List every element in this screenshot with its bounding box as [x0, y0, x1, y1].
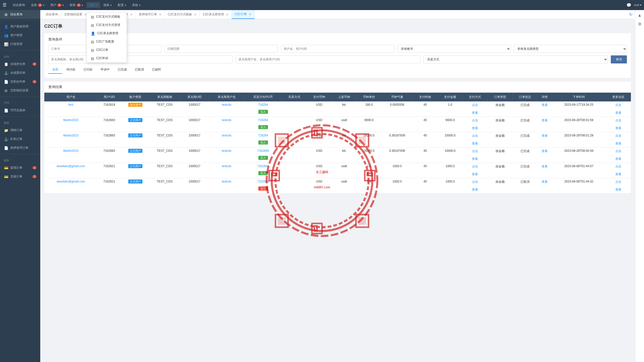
message-icon[interactable]: 💬 — [626, 3, 631, 8]
sidebar-item-pledge-order[interactable]: 📄 质押借币订单 — [0, 143, 40, 152]
pay-way-link[interactable]: 点击 — [464, 180, 487, 184]
merchant-user-link[interactable]: testcds — [210, 164, 243, 168]
sidebar-item-miner-order[interactable]: ⚓ 矿机订单 — [0, 135, 40, 143]
filter-tab-pending[interactable]: 待付款 — [62, 66, 79, 74]
direction-uid-link[interactable]: 7162849 — [245, 180, 281, 183]
username-link[interactable]: Martin2023 — [46, 134, 96, 137]
nav-item-config[interactable]: 配置 ▾ — [115, 2, 129, 8]
pay-way-link[interactable]: 点击 — [464, 134, 487, 138]
username-link[interactable]: Martin2023 — [46, 149, 96, 153]
tab-c2c-merchant-close[interactable]: ✕ — [226, 13, 228, 16]
more-link[interactable]: 点击 — [607, 118, 630, 123]
more-link[interactable]: 点击 — [607, 134, 630, 138]
tab-c2c-merchant[interactable]: C2C承兑商管理 ✕ — [200, 10, 232, 19]
more-link[interactable]: 点击 — [607, 164, 630, 169]
sidebar-item-recharge[interactable]: 💳 充值订单 1 — [0, 172, 40, 181]
detail-link[interactable]: 查看 — [538, 134, 551, 138]
pay-way-link2[interactable]: 查看 — [464, 157, 487, 161]
more-link2[interactable]: 查看 — [607, 172, 630, 176]
pay-way-link2[interactable]: 查看 — [464, 172, 487, 176]
pay-way-link[interactable]: 点击 — [464, 149, 487, 153]
pay-way-link[interactable]: 点击 — [464, 164, 487, 169]
direction-uid-link[interactable]: 716284 — [245, 103, 281, 106]
detail-link[interactable]: 查看 — [538, 103, 551, 107]
nav-item-finance[interactable]: 财务 2 ▾ — [67, 2, 86, 8]
filter-tab-timeout[interactable]: 已超时 — [148, 66, 165, 74]
username-link[interactable]: wxedwin@gmail.com — [46, 180, 96, 183]
c2c-menu-ad-config[interactable]: ▤ C2C广告配置 — [87, 38, 127, 46]
username-link[interactable]: Martin2023 — [46, 118, 96, 122]
tab-pledge-close[interactable]: ✕ — [159, 13, 162, 16]
nav-item-dashboard[interactable]: 综合查询 — [10, 2, 27, 8]
detail-link[interactable]: 查看 — [538, 149, 551, 153]
nav-item-users[interactable]: 用户 3 ▾ — [48, 2, 66, 8]
direction-uid-link[interactable]: 7162849 — [245, 149, 281, 153]
query-button[interactable]: 查询 — [611, 55, 627, 63]
sidebar-item-user-basic[interactable]: 👤 用户基础管理 — [0, 22, 40, 31]
more-link2[interactable]: 查看 — [607, 111, 630, 115]
sidebar-item-trade-contract[interactable]: 📄 交割合约单 1 — [0, 77, 40, 86]
direction-uid-link[interactable]: 716284 — [245, 118, 281, 122]
more-link[interactable]: 点击 — [607, 103, 630, 107]
nav-item-report[interactable]: 报表 ▾ — [101, 2, 114, 8]
more-link2[interactable]: 查看 — [607, 141, 630, 146]
sidebar-item-dashboard[interactable]: ⊞ 综合查询 — [0, 10, 40, 19]
detail-link[interactable]: 查看 — [538, 180, 551, 184]
tab-trade-control[interactable]: 交割场控设置 ✕ — [61, 10, 90, 19]
tab-c2c-payment-close[interactable]: ✕ — [194, 13, 196, 16]
username-link[interactable]: wxedwin@gmail.com — [46, 164, 96, 168]
nav-item-c2c[interactable]: C2C ▾ ▤ C2C支付方式模板 ▤ C2C支付方式管理 👤 C2C承兑商管理… — [87, 2, 100, 8]
c2c-menu-payment-template[interactable]: ▤ C2C支付方式模板 — [87, 13, 127, 21]
c2c-menu-appeal[interactable]: ▤ C2C申诉 — [87, 54, 127, 62]
direction-uid-link[interactable]: 7162849 — [245, 164, 281, 168]
c2c-menu-order[interactable]: ▤ C2C订单 — [87, 46, 127, 54]
filter-tab-all[interactable]: 全部 — [48, 66, 62, 74]
tab-pledge[interactable]: 质押借币订单 ✕ — [136, 10, 165, 19]
nav-item-business[interactable]: 业务 3 ▾ — [28, 2, 47, 8]
c2c-menu-payment-manage[interactable]: ▤ C2C支付方式管理 — [87, 21, 127, 29]
tabs-refresh-icon[interactable]: ↻ — [629, 12, 632, 17]
filter-tab-cancel[interactable]: 已取消 — [131, 66, 148, 74]
sidebar-item-coin-trade[interactable]: 📄 币币交易单 — [0, 106, 40, 115]
sidebar-item-financial-order[interactable]: 📁 理财订单 — [0, 126, 40, 135]
pay-way-link2[interactable]: 查看 — [464, 111, 487, 115]
buy-mode-select[interactable]: 买卖方式 — [423, 55, 608, 63]
sidebar-item-user-manage[interactable]: 👥 用户管理 — [0, 31, 40, 40]
merchant-user-link[interactable]: testcds — [210, 149, 243, 153]
nav-item-system[interactable]: 系统 ▾ — [130, 2, 143, 8]
account-type-select[interactable]: 所有账号 — [397, 45, 510, 53]
detail-link[interactable]: 查看 — [538, 164, 551, 169]
sidebar-item-perpetual-entrust[interactable]: ⚓ 永续委托单 — [0, 68, 40, 77]
right-panel-settings-icon[interactable]: ⚙ — [637, 21, 642, 27]
pay-way-link2[interactable]: 查看 — [464, 141, 487, 146]
filter-tab-appeal[interactable]: 申诉中 — [97, 66, 114, 74]
more-link2[interactable]: 查看 — [607, 126, 630, 130]
sidebar-item-withdraw[interactable]: 💳 提现订单 1 — [0, 163, 40, 172]
tab-c2c-payment[interactable]: C2C支付方式模板 ✕ — [165, 10, 200, 19]
tab-c2c-order[interactable]: C2C订单 ✕ — [232, 10, 255, 19]
merchant-user-link[interactable]: testcds — [210, 180, 243, 183]
direction-uid-link[interactable]: 716284 — [245, 134, 281, 137]
pay-way-link2[interactable]: 查看 — [464, 126, 487, 130]
tab-dashboard[interactable]: 综合查询 — [43, 10, 61, 19]
sidebar-item-trade-control[interactable]: ⊞ 交割场控设置 — [0, 86, 40, 95]
tab-c2c-order-close[interactable]: ✕ — [249, 13, 251, 16]
merchant-user-link[interactable]: testcds — [210, 134, 243, 137]
pay-way-link[interactable]: 点击 — [464, 118, 487, 123]
detail-link[interactable]: 查看 — [538, 118, 551, 123]
pay-way-link[interactable]: 点击 — [464, 103, 487, 107]
more-link2[interactable]: 查看 — [607, 157, 630, 161]
sidebar-item-market[interactable]: 📊 行情管理 — [0, 40, 40, 49]
date-range-input[interactable] — [165, 45, 278, 53]
more-link2[interactable]: 查看 — [607, 188, 630, 192]
merchant-user-link[interactable]: testcds — [210, 118, 243, 122]
user-name-uid-input[interactable] — [281, 45, 394, 53]
right-panel-up-icon[interactable]: ▲ — [637, 12, 643, 19]
filter-tab-complete[interactable]: 已完成 — [114, 66, 131, 74]
username-link[interactable]: test — [46, 103, 96, 106]
merchant-user-uid-input[interactable] — [236, 55, 420, 63]
more-link[interactable]: 点击 — [607, 180, 630, 184]
sidebar-item-perpetual-hold[interactable]: 📋 永续持仓单 2 — [0, 60, 40, 68]
more-link[interactable]: 点击 — [607, 149, 630, 153]
filter-tab-paid[interactable]: 已付款 — [79, 66, 97, 74]
